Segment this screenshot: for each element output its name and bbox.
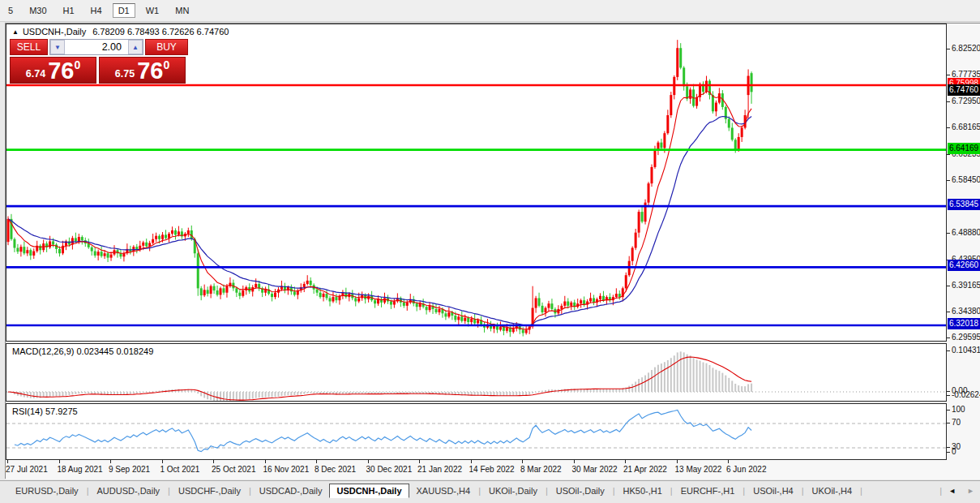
rsi-axis-tick bbox=[947, 423, 950, 423]
rsi-tick-label: 0 bbox=[952, 447, 956, 456]
sell-button[interactable]: SELL bbox=[10, 39, 48, 55]
price-badge: 6.42660 bbox=[948, 260, 980, 271]
price-chart-panel: ▲ USDCNH-,Daily 6.78209 6.78493 6.72626 … bbox=[6, 24, 947, 342]
tab-separator: | bbox=[478, 486, 481, 496]
tab-separator: | bbox=[87, 486, 89, 496]
price-tick-label: 6.82520 bbox=[952, 44, 980, 53]
symbol-tab-usdcaddaily[interactable]: USDCAD-,Daily bbox=[252, 484, 330, 498]
time-axis: 27 Jul 202118 Aug 20219 Sep 20211 Oct 20… bbox=[6, 460, 947, 479]
date-label: 6 Jun 2022 bbox=[726, 465, 767, 474]
buy-price-big: 76 bbox=[137, 60, 163, 82]
chart-ohlc-values: 6.78209 6.78493 6.72626 6.74760 bbox=[92, 27, 229, 37]
buy-price-quote[interactable]: 6.75 76 0 bbox=[99, 57, 186, 84]
date-label: 27 Jul 2021 bbox=[6, 465, 48, 474]
price-axis-tick bbox=[947, 180, 950, 181]
date-axis-tick bbox=[625, 460, 626, 463]
date-axis-tick bbox=[419, 460, 420, 463]
rsi-tick-label: 100 bbox=[952, 405, 965, 414]
date-axis-tick bbox=[213, 460, 214, 463]
price-badge: 6.64169 bbox=[948, 143, 980, 154]
date-axis-tick bbox=[471, 460, 472, 463]
rsi-label: RSI(14) 57.9275 bbox=[12, 406, 78, 416]
symbol-tab-usoildaily[interactable]: USOil-,Daily bbox=[549, 484, 612, 498]
rsi-tick-label: 70 bbox=[952, 418, 961, 427]
symbol-tab-usdcnhdaily[interactable]: USDCNH-,Daily bbox=[329, 484, 409, 498]
date-label: 16 Nov 2021 bbox=[263, 465, 310, 474]
tab-separator: | bbox=[860, 486, 862, 496]
one-click-trade-panel: SELL ▼ 2.00 ▲ BUY 6.74 76 0 6.75 76 0 bbox=[10, 39, 188, 84]
tab-separator: | bbox=[249, 486, 251, 496]
tab-separator: | bbox=[546, 486, 548, 496]
buy-price-sup: 0 bbox=[163, 58, 169, 71]
symbol-tab-ukoilh4[interactable]: UKOil-,H4 bbox=[805, 484, 860, 498]
price-badge: 6.32018 bbox=[948, 318, 980, 329]
sell-price-quote[interactable]: 6.74 76 0 bbox=[10, 57, 96, 84]
price-axis: 6.825206.777356.729506.681656.632356.584… bbox=[947, 24, 980, 479]
price-badge: 6.74760 bbox=[948, 84, 980, 96]
buy-price-small: 6.75 bbox=[115, 68, 135, 80]
rsi-axis-tick bbox=[947, 447, 950, 448]
tab-separator: | bbox=[670, 486, 673, 496]
symbol-tab-usdchfdaily[interactable]: USDCHF-,Daily bbox=[171, 484, 248, 498]
rsi-axis-tick bbox=[947, 452, 950, 453]
price-tick-label: 6.48880 bbox=[952, 228, 980, 237]
price-axis-tick bbox=[947, 127, 950, 128]
macd-tick-label: -0.026249 bbox=[952, 390, 980, 399]
price-axis-tick bbox=[947, 101, 950, 102]
macd-label: MACD(12,26,9) 0.023445 0.018249 bbox=[12, 346, 153, 356]
rsi-panel: RSI(14) 57.9275 bbox=[6, 403, 947, 460]
buy-button[interactable]: BUY bbox=[145, 39, 188, 55]
price-badge: 6.53845 bbox=[948, 199, 980, 210]
price-tick-label: 6.58450 bbox=[952, 175, 980, 184]
price-tick-label: 6.29595 bbox=[952, 333, 980, 342]
date-label: 21 Apr 2022 bbox=[623, 465, 667, 474]
tab-separator: | bbox=[168, 486, 170, 496]
timeframe-button-H4[interactable]: H4 bbox=[85, 3, 108, 18]
symbol-tab-audusddaily[interactable]: AUDUSD-,Daily bbox=[89, 484, 167, 498]
date-label: 14 Feb 2022 bbox=[469, 465, 515, 474]
symbol-tab-ukoildaily[interactable]: UKOil-,Daily bbox=[481, 484, 545, 498]
timeframe-button-D1[interactable]: D1 bbox=[113, 3, 135, 18]
sell-price-sup: 0 bbox=[74, 58, 80, 71]
chart-window: ▲ USDCNH-,Daily 6.78209 6.78493 6.72626 … bbox=[5, 23, 980, 479]
timeframe-button-M30[interactable]: M30 bbox=[24, 3, 52, 18]
tabs-scroll-left-button[interactable]: ◄ bbox=[943, 487, 961, 495]
date-label: 9 Sep 2021 bbox=[109, 465, 150, 474]
symbol-tab-xauusdh4[interactable]: XAUUSD-,H4 bbox=[409, 484, 478, 498]
tabs-scroll-right-button[interactable]: ► bbox=[961, 487, 980, 495]
sell-price-small: 6.74 bbox=[26, 68, 45, 80]
tab-separator: | bbox=[742, 486, 745, 496]
date-label: 25 Oct 2021 bbox=[212, 465, 255, 474]
date-axis-tick bbox=[110, 460, 111, 463]
timeframe-button-H1[interactable]: H1 bbox=[58, 3, 80, 18]
date-label: 21 Jan 2022 bbox=[417, 465, 462, 474]
timeframe-button-MN[interactable]: MN bbox=[169, 3, 195, 18]
macd-axis-tick bbox=[947, 395, 950, 396]
timeframe-button-5[interactable]: 5 bbox=[2, 3, 19, 18]
macd-panel: MACD(12,26,9) 0.023445 0.018249 bbox=[6, 343, 947, 402]
date-label: 30 Mar 2022 bbox=[572, 465, 618, 474]
price-tick-label: 6.39165 bbox=[952, 281, 980, 290]
volume-decrease-button[interactable]: ▼ bbox=[50, 40, 65, 54]
symbol-tab-eurchfh1[interactable]: EURCHF-,H1 bbox=[674, 484, 742, 498]
price-axis-tick bbox=[947, 154, 950, 155]
price-axis-tick bbox=[947, 233, 950, 234]
symbol-tab-usoilh4[interactable]: USOil-,H4 bbox=[746, 484, 801, 498]
date-label: 8 Dec 2021 bbox=[315, 465, 356, 474]
price-axis-tick bbox=[947, 337, 950, 338]
volume-increase-button[interactable]: ▲ bbox=[128, 40, 143, 54]
price-axis-tick bbox=[947, 75, 950, 75]
volume-stepper: ▼ 2.00 ▲ bbox=[49, 39, 143, 55]
date-axis-tick bbox=[522, 460, 523, 463]
symbol-tab-hk50h1[interactable]: HK50-,H1 bbox=[616, 484, 670, 498]
tab-separator: | bbox=[802, 486, 804, 496]
collapse-arrow-icon[interactable]: ▲ bbox=[12, 28, 19, 36]
timeframe-button-W1[interactable]: W1 bbox=[140, 3, 165, 18]
volume-input[interactable]: 2.00 bbox=[65, 40, 128, 54]
chart-symbol-label: USDCNH-,Daily bbox=[23, 27, 86, 37]
price-tick-label: 6.72950 bbox=[952, 97, 980, 105]
macd-axis-tick bbox=[947, 391, 950, 392]
price-axis-tick bbox=[947, 286, 950, 286]
symbol-tab-eurusddaily[interactable]: EURUSD-,Daily bbox=[8, 484, 86, 498]
price-axis-tick bbox=[947, 312, 950, 312]
